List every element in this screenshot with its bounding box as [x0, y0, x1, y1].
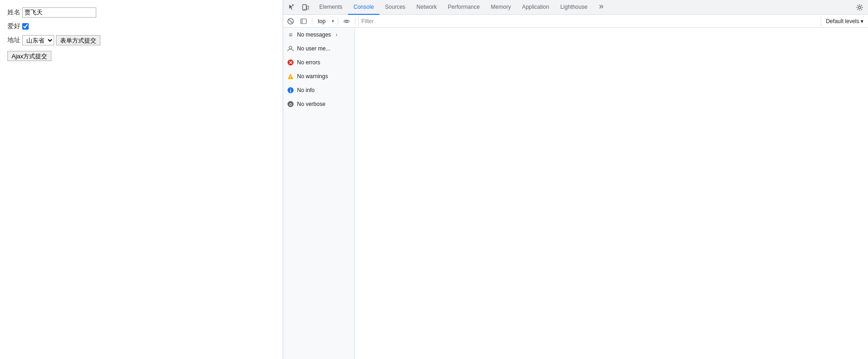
live-expressions-btn[interactable] [341, 16, 352, 27]
settings-btn[interactable] [853, 1, 866, 14]
context-select[interactable]: top [315, 16, 335, 26]
toolbar-right [853, 1, 866, 14]
devtools-toolbar: Elements Console Sources Network Perform… [283, 0, 868, 15]
chevron-right-icon: › [335, 31, 337, 38]
like-row: 爱好 [7, 22, 275, 31]
submit-button[interactable]: 表单方式提交 [56, 35, 100, 45]
warnings-label: No warnings [297, 73, 328, 80]
default-levels-arrow: ▾ [861, 18, 863, 25]
more-tabs-btn[interactable]: » [595, 0, 608, 13]
svg-point-9 [289, 46, 292, 49]
toolbar-icons [285, 1, 312, 14]
address-select[interactable]: 山东省 北京市 上海市 广东省 [22, 35, 54, 45]
webpage-panel: 姓名 爱好 地址 山东省 北京市 上海市 广东省 表单方式提交 Ajax方式提交 [0, 0, 283, 359]
sidebar-item-user[interactable]: No user me... [283, 42, 354, 56]
tab-memory[interactable]: Memory [485, 0, 516, 15]
sidebar-item-verbose[interactable]: ⚙ No verbose [283, 97, 354, 111]
device-toggle-btn[interactable] [299, 1, 312, 14]
context-selector[interactable]: top ▾ [315, 16, 335, 26]
tab-console[interactable]: Console [348, 0, 379, 15]
default-levels-btn[interactable]: Default levels ▾ [823, 17, 866, 25]
console-main[interactable] [355, 28, 868, 359]
toolbar-divider-3 [355, 18, 355, 25]
tab-sources[interactable]: Sources [379, 0, 411, 15]
default-levels-label: Default levels [826, 18, 859, 25]
filter-area [358, 16, 821, 26]
warning-icon: ! [287, 73, 294, 80]
inspect-element-btn[interactable] [285, 1, 298, 14]
error-icon: ✕ [287, 59, 294, 66]
name-input[interactable] [22, 7, 96, 18]
address-label: 地址 [7, 36, 20, 44]
name-row: 姓名 [7, 7, 275, 18]
tab-elements[interactable]: Elements [314, 0, 348, 15]
ajax-button[interactable]: Ajax方式提交 [7, 51, 51, 61]
sidebar-item-warnings[interactable]: ! No warnings [283, 69, 354, 83]
svg-text:i: i [290, 88, 291, 93]
svg-line-5 [289, 19, 293, 23]
tab-network[interactable]: Network [411, 0, 442, 15]
console-settings-btn[interactable] [298, 16, 309, 27]
tab-application[interactable]: Application [516, 0, 555, 15]
svg-text:✕: ✕ [289, 60, 292, 65]
user-icon [287, 45, 294, 52]
console-toolbar: top ▾ Default levels ▾ [283, 15, 868, 28]
tab-lighthouse[interactable]: Lighthouse [555, 0, 593, 15]
like-label: 爱好 [7, 22, 20, 31]
messages-icon: ≡ [287, 31, 294, 38]
svg-text:!: ! [290, 75, 291, 80]
ajax-row: Ajax方式提交 [7, 50, 275, 61]
info-label: No info [297, 87, 315, 93]
toolbar-divider-1 [312, 18, 312, 25]
messages-label: No messages [297, 31, 331, 38]
svg-point-3 [859, 6, 861, 8]
toolbar-divider-2 [338, 18, 338, 25]
address-row: 地址 山东省 北京市 上海市 广东省 表单方式提交 [7, 35, 275, 45]
devtools-tabs: Elements Console Sources Network Perform… [314, 0, 608, 15]
name-label: 姓名 [7, 8, 20, 17]
sidebar-item-messages[interactable]: ≡ No messages › [283, 28, 354, 42]
filter-input[interactable] [359, 16, 821, 26]
svg-rect-6 [301, 19, 306, 24]
sidebar-item-errors[interactable]: ✕ No errors [283, 56, 354, 69]
info-icon: i [287, 87, 294, 94]
devtools-panel: Elements Console Sources Network Perform… [283, 0, 868, 359]
svg-rect-1 [307, 6, 309, 9]
svg-point-8 [346, 20, 347, 22]
tab-performance[interactable]: Performance [442, 0, 485, 15]
console-content: ≡ No messages › No user me... [283, 28, 868, 359]
verbose-icon: ⚙ [287, 100, 294, 108]
verbose-label: No verbose [297, 101, 325, 107]
user-label: No user me... [297, 45, 330, 52]
console-sidebar: ≡ No messages › No user me... [283, 28, 355, 359]
like-checkbox[interactable] [22, 23, 29, 30]
sidebar-item-info[interactable]: i No info [283, 83, 354, 97]
svg-text:⚙: ⚙ [289, 102, 292, 107]
clear-console-btn[interactable] [285, 16, 296, 27]
errors-label: No errors [297, 59, 320, 66]
